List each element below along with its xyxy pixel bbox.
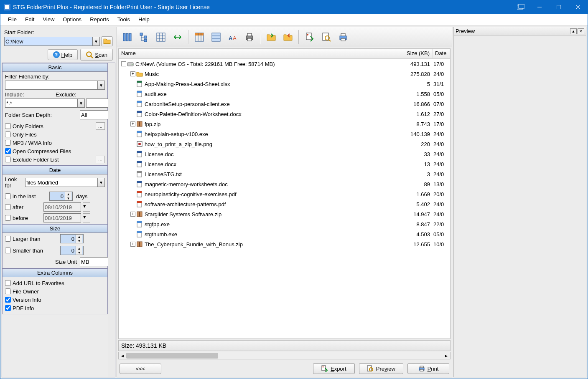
smaller-spinner[interactable]: ▲▼	[60, 246, 84, 255]
preview-close-button[interactable]: ✕	[578, 28, 584, 34]
menu-view[interactable]: View	[38, 15, 59, 24]
unit-combo[interactable]: ▼	[80, 257, 105, 266]
col-date[interactable]: Date	[433, 49, 450, 58]
file-row[interactable]: magnetic-memory-worksheets.doc8913/0	[119, 179, 450, 189]
before-check[interactable]	[5, 215, 11, 221]
minimize-button[interactable]	[530, 0, 549, 14]
include-combo[interactable]: ▼	[5, 99, 85, 108]
file-row[interactable]: License.doc3324/0	[119, 149, 450, 159]
menu-reports[interactable]: Reports	[86, 15, 113, 24]
tb-table-color-icon[interactable]	[191, 29, 207, 45]
tb-export-icon[interactable]	[302, 29, 318, 45]
version-check[interactable]	[5, 297, 11, 303]
expand-toggle[interactable]: +	[130, 212, 135, 217]
lookfor-combo[interactable]: ▼	[25, 178, 105, 187]
after-check[interactable]	[5, 204, 11, 210]
tb-columns-icon[interactable]	[120, 29, 135, 45]
owner-check[interactable]	[5, 288, 11, 294]
file-list[interactable]: -C:\New\ (Volume OS - Total: 229161 MB F…	[119, 59, 450, 339]
addurl-check[interactable]	[5, 280, 11, 286]
exclude-list-more[interactable]: …	[96, 156, 105, 163]
col-size[interactable]: Size (KB)	[398, 49, 433, 58]
file-row[interactable]: stgthumb.exe4.50305/0	[119, 229, 450, 239]
inlast-check[interactable]	[5, 193, 11, 199]
hscroll-thumb[interactable]	[126, 353, 218, 359]
start-folder-input[interactable]	[4, 37, 92, 46]
file-row[interactable]: License.docx1324/0	[119, 159, 450, 169]
tb-font-icon[interactable]: AA	[225, 29, 241, 45]
file-row[interactable]: how_to_print_a_zip_file.png22024/0	[119, 139, 450, 149]
file-row[interactable]: +The_Cyberpunk_Bundle_with_Bonus.zip12.6…	[119, 239, 450, 249]
col-name[interactable]: Name	[119, 49, 398, 58]
chevron-down-icon[interactable]: ▼	[97, 81, 105, 90]
inlast-spinner[interactable]: ▲▼	[49, 192, 73, 201]
file-row[interactable]: software-architecture-patterns.pdf5.4022…	[119, 199, 450, 209]
larger-spinner[interactable]: ▲▼	[60, 234, 84, 243]
after-date[interactable]	[43, 202, 81, 212]
only-folders-more[interactable]: …	[96, 122, 105, 130]
only-files-check[interactable]	[5, 131, 11, 137]
mp3-check[interactable]	[5, 140, 11, 146]
open-compressed-check[interactable]	[5, 148, 11, 154]
file-row[interactable]: neuroplasticity-cognitive-exercises.pdf1…	[119, 189, 450, 199]
print-button[interactable]: Print	[407, 363, 449, 374]
filter-combo[interactable]: ▼	[5, 81, 105, 90]
scroll-left-button[interactable]: ◄	[119, 352, 126, 359]
tb-print-icon[interactable]	[335, 29, 351, 45]
expand-toggle[interactable]: +	[130, 242, 135, 247]
file-row[interactable]: CarboniteSetup-personal-client.exe16.866…	[119, 99, 450, 109]
menu-help[interactable]: Help	[134, 15, 154, 24]
chevron-down-icon[interactable]: ▼	[92, 37, 100, 46]
hscrollbar[interactable]: ◄ ►	[118, 352, 451, 359]
start-folder-combo[interactable]: ▼	[4, 37, 100, 46]
expand-toggle[interactable]: +	[130, 121, 135, 126]
file-row[interactable]: +Music275.82824/0	[119, 69, 450, 79]
maximize-button[interactable]	[549, 0, 568, 14]
menu-file[interactable]: File	[4, 15, 21, 24]
menu-edit[interactable]: Edit	[21, 15, 38, 24]
tb-printer-icon[interactable]	[242, 29, 257, 45]
preview-button[interactable]: Preview	[359, 363, 403, 374]
smaller-check[interactable]	[5, 248, 11, 253]
larger-check[interactable]	[5, 236, 11, 242]
expand-toggle[interactable]: -	[121, 61, 126, 66]
back-button[interactable]: <<<	[120, 364, 161, 374]
file-row[interactable]: audit.exe1.55805/0	[119, 89, 450, 99]
chevron-down-icon[interactable]: ▾	[83, 202, 90, 212]
file-row[interactable]: helpxplain-setup-v100.exe140.13924/0	[119, 129, 450, 139]
expand-toggle[interactable]: +	[130, 71, 135, 76]
tb-table-icon[interactable]	[208, 29, 224, 45]
file-row[interactable]: App-Making-Press-Lead-Sheet.xlsx531/1	[119, 79, 450, 89]
scan-button[interactable]: Scan	[80, 49, 113, 61]
file-row[interactable]: Color-Palette-Definition-Worksheet.docx1…	[119, 109, 450, 119]
spin-up[interactable]: ▲	[65, 192, 71, 196]
tb-grid-icon[interactable]	[153, 29, 169, 45]
depth-combo[interactable]: ▼	[80, 110, 105, 119]
file-row[interactable]: stgfpp.exe8.84722/0	[119, 219, 450, 229]
tb-folder-in-icon[interactable]	[263, 29, 279, 45]
chevron-down-icon[interactable]: ▾	[83, 213, 90, 222]
close-button[interactable]	[568, 0, 588, 14]
menu-tools[interactable]: Tools	[113, 15, 134, 24]
tb-preview-icon[interactable]	[318, 29, 334, 45]
tb-fit-icon[interactable]	[170, 29, 186, 45]
before-date[interactable]	[43, 213, 81, 222]
chevron-down-icon[interactable]: ▼	[97, 178, 105, 187]
file-row[interactable]: +Starglider Systems Software.zip14.94724…	[119, 209, 450, 219]
file-row[interactable]: +fpp.zip8.74317/0	[119, 119, 450, 129]
chevron-down-icon[interactable]: ▼	[77, 99, 85, 108]
scroll-right-button[interactable]: ►	[443, 352, 450, 359]
preview-collapse-button[interactable]: ▲	[570, 28, 577, 34]
spin-down[interactable]: ▼	[65, 196, 71, 200]
browse-folder-button[interactable]	[101, 36, 113, 46]
file-row[interactable]: -C:\New\ (Volume OS - Total: 229161 MB F…	[119, 59, 450, 69]
export-button[interactable]: Export	[313, 363, 355, 374]
help-button[interactable]: ? Help	[48, 49, 78, 60]
pdf-check[interactable]	[5, 305, 11, 311]
file-row[interactable]: LicenseSTG.txt324/0	[119, 169, 450, 179]
exclude-list-check[interactable]	[5, 157, 11, 162]
tb-tree-icon[interactable]	[136, 29, 152, 45]
only-folders-check[interactable]	[5, 123, 11, 129]
exclude-combo[interactable]: ▼	[86, 99, 108, 108]
menu-options[interactable]: Options	[59, 15, 86, 24]
